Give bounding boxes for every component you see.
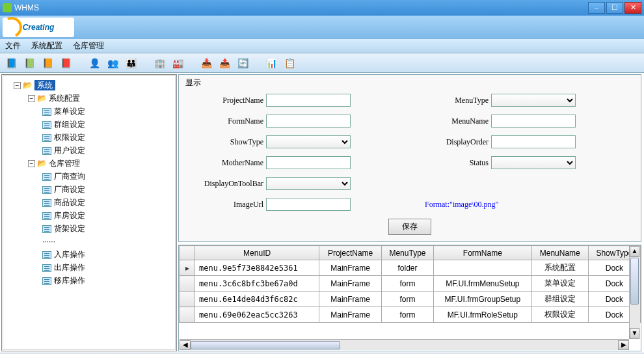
- row-header[interactable]: [180, 260, 195, 276]
- toolbar-btn-3[interactable]: 📙: [40, 56, 55, 70]
- collapse-icon[interactable]: −: [28, 95, 35, 102]
- page-icon: [42, 212, 51, 220]
- tree-item[interactable]: 出库操作: [6, 261, 172, 274]
- cell-form: MF.UI.frmRoleSetup: [434, 307, 532, 323]
- column-header[interactable]: MenuID: [195, 246, 319, 260]
- tree-group[interactable]: −📂系统配置: [6, 92, 172, 105]
- close-button[interactable]: ✕: [624, 2, 641, 14]
- grid-hscroll[interactable]: ◀ ▶: [180, 339, 629, 350]
- page-icon: [42, 108, 51, 116]
- cell-type: folder: [381, 260, 433, 276]
- tree-item[interactable]: 权限设定: [6, 131, 172, 144]
- toolbar-btn-4[interactable]: 📕: [59, 56, 73, 70]
- input-menuname[interactable]: [491, 115, 576, 128]
- cell-name: 菜单设定: [531, 276, 588, 292]
- folder-icon: 📂: [37, 159, 47, 168]
- menu-file[interactable]: 文件: [5, 40, 21, 51]
- toolbar-btn-6[interactable]: 👥: [105, 56, 120, 70]
- tree-root[interactable]: −📂系统: [6, 79, 172, 92]
- tree-group[interactable]: −📂仓库管理: [6, 157, 172, 170]
- logo-bar: Creating: [0, 16, 644, 39]
- menu-sysconfig[interactable]: 系统配置: [31, 40, 62, 51]
- tree-item[interactable]: 商品设定: [6, 196, 172, 209]
- cell-project: MainFrame: [319, 292, 382, 307]
- row-header[interactable]: [180, 307, 195, 323]
- label-imageurl: ImageUrl: [195, 200, 266, 210]
- menu-warehouse[interactable]: 仓库管理: [73, 40, 104, 51]
- input-imageurl[interactable]: [266, 198, 351, 211]
- input-displayorder[interactable]: [491, 135, 576, 148]
- vscroll-thumb[interactable]: [630, 258, 639, 305]
- app-icon: [3, 3, 12, 12]
- scroll-left-icon[interactable]: ◀: [180, 340, 191, 350]
- data-grid[interactable]: MenuIDProjectNameMenuTypeFormNameMenuNam…: [179, 245, 641, 323]
- tree-item[interactable]: 厂商设定: [6, 183, 172, 196]
- toolbar-btn-7[interactable]: 👪: [124, 56, 138, 70]
- window-title: WHMS: [14, 3, 39, 12]
- input-projectname[interactable]: [266, 94, 351, 107]
- grid-panel: MenuIDProjectNameMenuTypeFormNameMenuNam…: [178, 245, 641, 351]
- cell-project: MainFrame: [319, 260, 382, 276]
- row-header[interactable]: [180, 276, 195, 292]
- tree-item[interactable]: 群组设定: [6, 118, 172, 131]
- cell-project: MainFrame: [319, 276, 382, 292]
- input-mothername[interactable]: [266, 156, 351, 169]
- toolbar-btn-13[interactable]: 📊: [264, 56, 278, 70]
- grid-vscroll[interactable]: ▲ ▼: [629, 246, 640, 339]
- minimize-button[interactable]: –: [588, 2, 605, 14]
- collapse-icon[interactable]: −: [14, 82, 21, 89]
- tree-item[interactable]: 菜单设定: [6, 105, 172, 118]
- page-icon: [42, 225, 51, 233]
- scroll-down-icon[interactable]: ▼: [630, 328, 639, 339]
- toolbar-btn-10[interactable]: 📥: [199, 56, 213, 70]
- cell-menuid: menu.69e062eac5cc3263: [195, 307, 319, 323]
- tree-item[interactable]: 入库操作: [6, 248, 172, 261]
- cell-type: form: [381, 307, 433, 323]
- label-mothername: MotherName: [195, 158, 266, 168]
- scroll-right-icon[interactable]: ▶: [618, 340, 629, 350]
- save-button[interactable]: 保存: [388, 219, 431, 235]
- collapse-icon[interactable]: −: [28, 160, 35, 167]
- toolbar-btn-11[interactable]: 📤: [217, 56, 232, 70]
- select-displayontoolbar[interactable]: [266, 177, 351, 190]
- table-row[interactable]: menu.69e062eac5cc3263MainFrameformMF.UI.…: [180, 307, 641, 323]
- table-row[interactable]: menu.3c6c8bfc3be67a0dMainFrameformMF.UI.…: [180, 276, 641, 292]
- toolbar-btn-1[interactable]: 📘: [4, 56, 18, 70]
- page-icon: [42, 173, 51, 181]
- label-projectname: ProjectName: [195, 96, 266, 105]
- imageurl-hint: Format:"image\00.png": [425, 200, 498, 210]
- toolbar-btn-12[interactable]: 🔄: [235, 56, 250, 70]
- nav-tree: −📂系统−📂系统配置菜单设定群组设定权限设定用户设定−📂仓库管理厂商查询厂商设定…: [6, 79, 172, 287]
- hscroll-thumb[interactable]: [191, 341, 340, 349]
- scroll-up-icon[interactable]: ▲: [630, 246, 639, 257]
- input-formname[interactable]: [266, 115, 351, 128]
- table-row[interactable]: menu.9e5f73e8842e5361MainFramefolder系统配置…: [180, 260, 641, 276]
- table-row[interactable]: menu.6e14de84d3f6c82cMainFrameformMF.UI.…: [180, 292, 641, 307]
- toolbar-btn-5[interactable]: 👤: [87, 56, 101, 70]
- column-header[interactable]: MenuType: [381, 246, 433, 260]
- tree-item[interactable]: 货架设定: [6, 222, 172, 235]
- toolbar-btn-9[interactable]: 🏭: [170, 56, 185, 70]
- cell-menuid: menu.3c6c8bfc3be67a0d: [195, 276, 319, 292]
- column-header[interactable]: MenuName: [531, 246, 588, 260]
- tree-item[interactable]: 厂商查询: [6, 170, 172, 183]
- select-showtype[interactable]: [266, 135, 351, 148]
- select-status[interactable]: [491, 156, 576, 169]
- rowheader-corner: [180, 246, 195, 260]
- maximize-button[interactable]: ☐: [606, 2, 623, 14]
- tree-item[interactable]: 用户设定: [6, 144, 172, 157]
- column-header[interactable]: ProjectName: [319, 246, 382, 260]
- tree-item[interactable]: 移库操作: [6, 274, 172, 287]
- folder-icon: 📂: [37, 94, 47, 103]
- label-formname: FormName: [195, 116, 266, 126]
- toolbar-btn-14[interactable]: 📋: [282, 56, 297, 70]
- toolbar-btn-8[interactable]: 🏢: [152, 56, 167, 70]
- select-menutype[interactable]: [491, 94, 576, 107]
- toolbar: 📘 📗 📙 📕 👤 👥 👪 🏢 🏭 📥 📤 🔄 📊 📋: [0, 53, 644, 73]
- column-header[interactable]: FormName: [434, 246, 532, 260]
- form-panel: 显示 ProjectName MenuType FormName MenuNam…: [178, 74, 641, 242]
- tree-item[interactable]: 库房设定: [6, 209, 172, 222]
- row-header[interactable]: [180, 292, 195, 307]
- toolbar-btn-2[interactable]: 📗: [22, 56, 36, 70]
- logo: Creating: [3, 18, 74, 37]
